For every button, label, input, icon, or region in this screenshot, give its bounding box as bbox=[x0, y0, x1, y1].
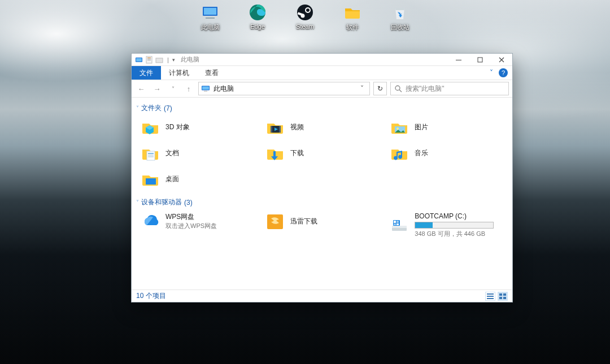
svg-rect-3 bbox=[206, 17, 215, 19]
status-item-count: 10 个项目 bbox=[136, 291, 166, 301]
folder-downloads[interactable]: 下载 bbox=[263, 141, 384, 165]
svg-rect-11 bbox=[136, 58, 142, 62]
recent-locations-button[interactable]: ˅ bbox=[167, 82, 179, 95]
qat-properties-icon[interactable] bbox=[145, 56, 153, 64]
folder-pictures[interactable]: 图片 bbox=[387, 115, 508, 139]
desktop-icon-label: 回收站 bbox=[391, 23, 409, 32]
group-header-label: 设备和驱动器 bbox=[141, 198, 182, 207]
drive-xunlei[interactable]: 迅雷下载 bbox=[263, 209, 384, 233]
drive-icon bbox=[390, 216, 409, 235]
up-button[interactable]: ↑ bbox=[182, 82, 195, 95]
folder-icon bbox=[343, 3, 361, 21]
desktop-icon-recycle-bin[interactable]: 回收站 bbox=[384, 3, 416, 32]
svg-line-23 bbox=[399, 90, 402, 92]
svg-rect-48 bbox=[503, 297, 506, 299]
chevron-down-icon: ˅ bbox=[136, 105, 139, 111]
desktop-icon-software-folder[interactable]: 软件 bbox=[337, 3, 368, 32]
item-label: 视频 bbox=[290, 122, 304, 132]
svg-rect-16 bbox=[156, 58, 163, 63]
downloads-icon bbox=[265, 143, 285, 163]
back-button[interactable]: ← bbox=[135, 82, 147, 95]
nav-row: ← → ˅ ↑ 此电脑 ˅ ↻ bbox=[132, 80, 512, 98]
view-large-icons-button[interactable] bbox=[498, 292, 508, 301]
app-icon bbox=[135, 56, 143, 64]
group-header-drives[interactable]: ˅ 设备和驱动器 (3) bbox=[135, 195, 509, 208]
desktop-icon-label: 此电脑 bbox=[201, 23, 220, 32]
svg-rect-15 bbox=[147, 60, 151, 60]
svg-rect-26 bbox=[279, 126, 281, 133]
svg-rect-25 bbox=[271, 126, 272, 133]
music-icon bbox=[390, 143, 409, 163]
desktop-folder-icon bbox=[141, 169, 160, 188]
drive-capacity-bar bbox=[415, 222, 494, 229]
svg-rect-31 bbox=[148, 155, 154, 156]
desktop-wallpaper: 此电脑 Edge Steam 软件 回收站 bbox=[0, 0, 610, 364]
folder-3d-objects[interactable]: 3D 对象 bbox=[138, 115, 259, 139]
desktop-icon-label: Steam bbox=[296, 23, 314, 30]
address-dropdown-icon[interactable]: ˅ bbox=[357, 85, 367, 93]
file-explorer-window: | ▾ 此电脑 文件 计算机 查看 ˅ ? ← → ˅ ↑ bbox=[131, 53, 513, 302]
tab-view[interactable]: 查看 bbox=[197, 66, 226, 80]
folder-desktop[interactable]: 桌面 bbox=[138, 167, 259, 191]
desktop-icon-edge[interactable]: Edge bbox=[242, 3, 273, 32]
qat-new-folder-icon[interactable] bbox=[155, 56, 163, 64]
this-pc-icon bbox=[201, 3, 219, 21]
svg-rect-29 bbox=[147, 151, 155, 160]
group-header-folders[interactable]: ˅ 文件夹 (7) bbox=[135, 101, 509, 114]
qat-dropdown-icon[interactable]: ▾ bbox=[169, 56, 177, 64]
item-label: 下载 bbox=[290, 148, 304, 158]
svg-rect-47 bbox=[499, 297, 502, 299]
folder-music[interactable]: 音乐 bbox=[387, 141, 508, 165]
folders-grid: 3D 对象 视频 图片 文档 下载 bbox=[135, 114, 509, 195]
drive-wps[interactable]: WPS网盘 双击进入WPS网盘 bbox=[138, 209, 259, 233]
drive-bootcamp-c[interactable]: BOOTCAMP (C:) 348 GB 可用，共 446 GB bbox=[387, 209, 508, 241]
desktop-icon-this-pc[interactable]: 此电脑 bbox=[194, 3, 226, 32]
svg-rect-41 bbox=[396, 223, 399, 225]
minimize-button[interactable] bbox=[448, 54, 469, 66]
chevron-down-icon: ˅ bbox=[136, 199, 139, 205]
item-label: 图片 bbox=[415, 122, 428, 132]
svg-rect-44 bbox=[487, 298, 494, 299]
view-details-button[interactable] bbox=[485, 292, 495, 301]
window-title: 此电脑 bbox=[177, 55, 199, 64]
ribbon-collapse-icon[interactable]: ˅ bbox=[490, 69, 493, 77]
svg-point-28 bbox=[396, 128, 399, 130]
titlebar[interactable]: | ▾ 此电脑 bbox=[132, 54, 512, 66]
item-label: 迅雷下载 bbox=[290, 217, 317, 226]
svg-rect-14 bbox=[147, 59, 151, 59]
refresh-button[interactable]: ↻ bbox=[373, 82, 387, 95]
desktop-icon-label: Edge bbox=[250, 23, 265, 30]
content-pane[interactable]: ˅ 文件夹 (7) 3D 对象 视频 图片 文 bbox=[132, 98, 512, 290]
item-label: BOOTCAMP (C:) bbox=[415, 212, 494, 220]
svg-rect-33 bbox=[146, 178, 156, 185]
svg-point-5 bbox=[297, 5, 313, 20]
group-header-label: 文件夹 bbox=[141, 103, 162, 113]
desktop-icon-label: 软件 bbox=[346, 23, 359, 32]
item-label: 文档 bbox=[165, 148, 179, 158]
maximize-button[interactable] bbox=[469, 54, 491, 66]
svg-rect-20 bbox=[202, 86, 209, 90]
tab-file[interactable]: 文件 bbox=[132, 66, 161, 80]
svg-rect-1 bbox=[204, 8, 216, 15]
breadcrumb[interactable]: 此电脑 bbox=[213, 84, 234, 94]
svg-point-7 bbox=[306, 8, 310, 12]
svg-rect-46 bbox=[503, 293, 506, 296]
group-header-count: (7) bbox=[164, 104, 172, 112]
desktop-icon-steam[interactable]: Steam bbox=[289, 3, 321, 32]
folder-documents[interactable]: 文档 bbox=[138, 141, 259, 165]
folder-videos[interactable]: 视频 bbox=[263, 115, 384, 139]
svg-rect-32 bbox=[148, 156, 154, 157]
address-bar[interactable]: 此电脑 ˅ bbox=[198, 82, 370, 95]
search-input[interactable] bbox=[406, 85, 505, 93]
svg-rect-13 bbox=[147, 58, 151, 58]
tab-computer[interactable]: 计算机 bbox=[161, 66, 197, 80]
svg-rect-36 bbox=[392, 226, 407, 228]
close-button[interactable] bbox=[491, 54, 512, 66]
drive-capacity-text: 348 GB 可用，共 446 GB bbox=[415, 230, 494, 238]
xunlei-icon bbox=[265, 212, 285, 231]
svg-rect-45 bbox=[499, 293, 502, 296]
forward-button[interactable]: → bbox=[151, 82, 163, 95]
ribbon-tabs: 文件 计算机 查看 ˅ ? bbox=[132, 66, 512, 80]
search-box[interactable] bbox=[390, 82, 509, 95]
help-icon[interactable]: ? bbox=[499, 68, 508, 77]
